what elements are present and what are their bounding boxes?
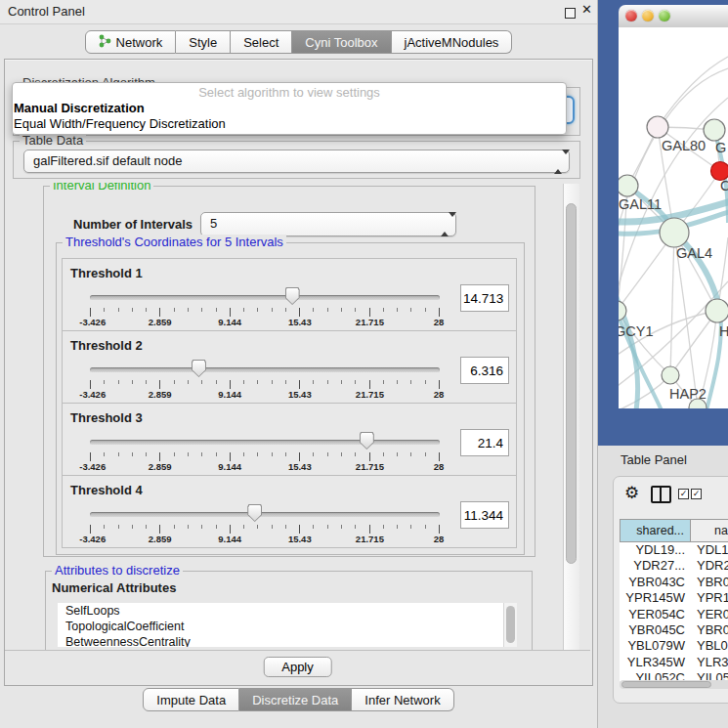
network-node-gal80[interactable] <box>647 116 668 138</box>
threshold-value-field[interactable] <box>460 429 509 456</box>
network-window-titlebar[interactable] <box>619 5 728 28</box>
threshold-value-input[interactable] <box>460 284 509 312</box>
table-data-combobox[interactable]: galFiltered.sif default node <box>23 150 570 173</box>
threshold-slider[interactable]: -3.4262.8599.14415.4321.71528 <box>90 285 440 330</box>
threshold-value-field[interactable] <box>460 357 509 384</box>
number-of-intervals-combobox[interactable]: 5 <box>200 212 456 236</box>
column-header[interactable]: name <box>691 519 728 542</box>
float-window-icon[interactable] <box>565 8 576 19</box>
threshold-rows: Threshold 1 -3.4262.8599.14415.4321.7152… <box>62 259 517 548</box>
tab-label: Infer Network <box>364 693 440 707</box>
list-item[interactable]: SelfLoops <box>58 603 517 619</box>
cell-shared-name: YDR27... <box>620 558 691 574</box>
node-label: GAL11 <box>619 196 662 212</box>
table-row[interactable]: YER054CYER054C <box>620 607 728 622</box>
checkbox-icon[interactable]: ✓ <box>691 489 702 499</box>
threshold-slider[interactable]: -3.4262.8599.14415.4321.71528 <box>90 358 440 403</box>
cell-shared-name: YBR045C <box>620 622 691 638</box>
table-row[interactable]: YDR27...YDR27... <box>620 558 728 574</box>
dropdown-item[interactable]: Manual Discretization <box>13 101 566 116</box>
list-item[interactable]: TopologicalCoefficient <box>58 619 517 634</box>
node-label: G <box>715 140 726 155</box>
tab-cyni-toolbox[interactable]: Cyni Toolbox <box>292 30 391 54</box>
threshold-value-input[interactable] <box>460 501 509 529</box>
network-node-gal11[interactable] <box>619 175 638 196</box>
tab-select[interactable]: Select <box>231 30 292 54</box>
scrollbar-thumb[interactable] <box>506 606 515 643</box>
attributes-group: Attributes to discretize Numerical Attri… <box>45 571 533 650</box>
minimize-traffic-icon[interactable] <box>642 10 654 21</box>
slider-track[interactable] <box>90 295 440 300</box>
apply-button[interactable]: Apply <box>263 657 332 677</box>
zoom-traffic-icon[interactable] <box>659 10 670 21</box>
tab-label: jActiveMNodules <box>405 35 499 50</box>
tab-jactivemnodules[interactable]: jActiveMNodules <box>392 30 513 54</box>
threshold-value-field[interactable] <box>460 284 509 312</box>
cell-shared-name: YDL19... <box>620 542 691 558</box>
scrollbar-thumb[interactable] <box>621 681 711 688</box>
cell-name: YDL19... <box>691 542 728 558</box>
cell-name: YPR145W <box>691 590 728 606</box>
slider-track[interactable] <box>90 367 440 372</box>
stepper-arrows-icon <box>554 154 562 169</box>
slider-track[interactable] <box>90 512 440 517</box>
table-row[interactable]: YBL079WYBL079W <box>620 638 728 654</box>
tab-infer-network[interactable]: Infer Network <box>352 688 453 711</box>
tab-impute-data[interactable]: Impute Data <box>143 688 239 711</box>
slider-thumb[interactable] <box>360 432 374 450</box>
table-row[interactable]: YDL19...YDL19... <box>620 542 728 558</box>
table-row[interactable]: YBR045CYBR045C <box>620 622 728 638</box>
stepper-arrows-icon <box>441 217 449 232</box>
slider-thumb[interactable] <box>192 360 206 377</box>
dropdown-item[interactable]: Equal Width/Frequency Discretization <box>13 116 566 132</box>
table-row[interactable]: YPR145WYPR145W <box>620 590 728 606</box>
column-header[interactable]: shared... <box>620 519 691 542</box>
slider-thumb[interactable] <box>285 287 300 305</box>
node-label: GCY1 <box>619 323 654 339</box>
attributes-list[interactable]: SelfLoopsTopologicalCoefficientBetweenne… <box>58 603 517 647</box>
threshold-slider[interactable]: -3.4262.8599.14415.4321.71528 <box>90 430 440 475</box>
tab-discretize-data[interactable]: Discretize Data <box>239 688 352 711</box>
threshold-value-input[interactable] <box>460 429 509 456</box>
threshold-label: Threshold 4 <box>70 483 143 497</box>
split-panel-icon[interactable] <box>651 486 671 503</box>
table-row[interactable]: YBR043CYBR043C <box>620 575 728 590</box>
dropdown-items: Manual DiscretizationEqual Width/Frequen… <box>13 101 566 132</box>
slider-tick-labels: -3.4262.8599.14415.4321.71528 <box>90 461 440 473</box>
slider-thumb[interactable] <box>247 504 262 522</box>
network-node-g[interactable] <box>704 119 725 141</box>
table-hscrollbar[interactable] <box>620 680 728 689</box>
panel-scrollbar[interactable] <box>563 184 579 650</box>
panel-title: Control Panel <box>8 4 85 19</box>
settings-gear-icon[interactable]: ⚙ <box>624 483 639 503</box>
table-row[interactable]: YLR345WYLR345W <box>620 655 728 670</box>
slider-track[interactable] <box>90 440 440 445</box>
close-traffic-icon[interactable] <box>625 10 637 21</box>
tab-label: Cyni Toolbox <box>305 35 377 50</box>
close-icon[interactable]: ✕ <box>581 2 592 17</box>
slider-ticks <box>90 452 440 461</box>
threshold-slider[interactable]: -3.4262.8599.14415.4321.71528 <box>90 502 440 547</box>
cell-shared-name: YBR043C <box>620 575 691 590</box>
threshold-value-field[interactable] <box>460 501 509 529</box>
network-node-h[interactable] <box>706 299 728 322</box>
threshold-value-input[interactable] <box>460 357 509 384</box>
attribute-table[interactable]: shared...name YDL19...YDL19...YDR27...YD… <box>620 519 728 681</box>
tab-network[interactable]: Network <box>85 30 177 54</box>
network-canvas[interactable]: GAL80GCGAL11GAL4GCY1HHAP2 <box>619 27 728 408</box>
group-title: Table Data <box>20 133 86 148</box>
list-scrollbar[interactable] <box>503 603 517 647</box>
cell-name: YLR345W <box>691 655 728 670</box>
network-node-gal4[interactable] <box>660 218 689 247</box>
network-edge[interactable] <box>670 233 674 375</box>
network-node-hap2[interactable] <box>662 366 679 384</box>
scrollbar-thumb[interactable] <box>566 203 577 564</box>
node-label: GAL4 <box>676 245 712 261</box>
threshold-row: Threshold 3 -3.4262.8599.14415.4321.7152… <box>62 403 517 476</box>
table-body: YDL19...YDL19...YDR27...YDR27...YBR043CY… <box>620 542 728 681</box>
tab-label: Style <box>189 35 217 50</box>
tab-style[interactable]: Style <box>176 30 231 54</box>
combobox-value: 5 <box>210 216 217 231</box>
checkbox-icon[interactable]: ✓ <box>678 489 689 499</box>
list-item[interactable]: BetweennessCentrality <box>58 634 517 647</box>
